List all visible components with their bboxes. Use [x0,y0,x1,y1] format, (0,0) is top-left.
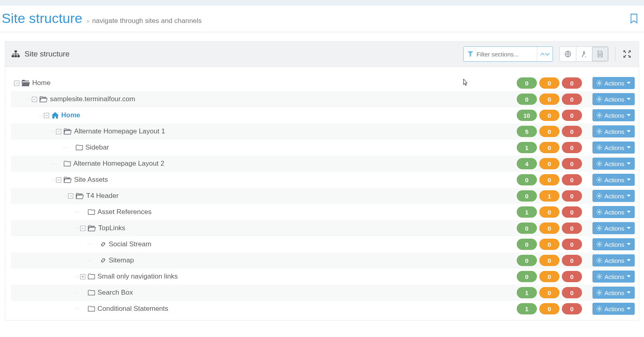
tree-node[interactable]: Home [22,79,517,87]
tree-node[interactable]: Social Stream [100,240,517,248]
inactive-count-badge[interactable]: 0 [562,206,582,218]
approved-count-badge[interactable]: 0 [517,94,537,105]
inactive-count-badge[interactable]: 0 [562,271,582,282]
actions-button[interactable]: Actions [592,254,635,266]
pending-count-badge[interactable]: 0 [539,158,559,169]
inactive-count-badge[interactable]: 0 [562,190,582,202]
view-document-button[interactable] [592,47,608,61]
tree-node[interactable]: Asset References [88,208,517,216]
inactive-count-badge[interactable]: 0 [562,223,582,234]
tree-node[interactable]: Sidebar [76,144,517,152]
actions-button[interactable]: Actions [592,190,635,202]
approved-count-badge[interactable]: 1 [517,287,537,298]
pending-count-badge[interactable]: 1 [539,190,559,202]
panel-title: Site structure [25,50,70,58]
inactive-count-badge[interactable]: 0 [562,77,582,89]
tree-node[interactable]: samplesite.terminalfour.com [39,95,517,103]
pending-count-badge[interactable]: 0 [539,223,559,234]
pending-count-badge[interactable]: 0 [539,94,559,105]
approved-count-badge[interactable]: 1 [517,206,537,218]
inactive-count-badge[interactable]: 0 [562,142,582,153]
view-globe-button[interactable] [560,47,576,61]
view-accessibility-button[interactable] [576,47,592,61]
caret-down-icon [627,227,631,229]
actions-button[interactable]: Actions [592,125,635,137]
tree-row: ⋯−Site Assets000Actions [11,172,636,188]
tree-node[interactable]: Small only navigation links [88,273,517,281]
tree-node[interactable]: Home [52,111,517,119]
actions-button[interactable]: Actions [592,109,635,121]
pending-count-badge[interactable]: 0 [539,206,559,218]
actions-button[interactable]: Actions [592,270,635,283]
actions-button[interactable]: Actions [592,206,635,218]
inactive-count-badge[interactable]: 0 [562,287,582,298]
inactive-count-badge[interactable]: 0 [562,303,582,314]
collapse-toggle[interactable]: − [44,113,49,118]
tree-node[interactable]: Alternate Homepage Layout 1 [64,127,517,135]
collapse-toggle[interactable]: − [80,226,85,231]
expand-toggle[interactable]: + [80,274,85,279]
pending-count-badge[interactable]: 0 [539,287,559,298]
inactive-count-badge[interactable]: 0 [562,255,582,266]
approved-count-badge[interactable]: 4 [517,158,537,169]
pending-count-badge[interactable]: 0 [539,239,559,250]
collapse-toggle[interactable]: − [32,97,37,102]
approved-count-badge[interactable]: 0 [517,239,537,250]
svg-rect-1 [12,55,14,57]
inactive-count-badge[interactable]: 0 [562,158,582,169]
approved-count-badge[interactable]: 0 [517,190,537,202]
tree-node[interactable]: TopLinks [88,224,517,232]
approved-count-badge[interactable]: 0 [517,255,537,266]
inactive-count-badge[interactable]: 0 [562,94,582,105]
actions-button[interactable]: Actions [592,287,635,299]
inactive-count-badge[interactable]: 0 [562,126,582,137]
bookmark-button[interactable] [630,13,638,24]
pending-count-badge[interactable]: 0 [539,255,559,266]
folder-icon [88,290,95,295]
tree-node[interactable]: Sitemap [100,256,517,264]
pending-count-badge[interactable]: 0 [539,77,559,89]
pending-count-badge[interactable]: 0 [539,174,559,185]
approved-count-badge[interactable]: 5 [517,126,537,137]
approved-count-badge[interactable]: 0 [517,271,537,282]
svg-point-11 [598,163,600,164]
inactive-count-badge[interactable]: 0 [562,239,582,250]
actions-button[interactable]: Actions [592,141,635,154]
collapse-toggle[interactable]: − [56,129,61,134]
approved-count-badge[interactable]: 10 [517,110,537,121]
collapse-toggle[interactable]: − [56,177,61,183]
pending-count-badge[interactable]: 0 [539,110,559,121]
actions-button[interactable]: Actions [592,158,635,170]
folder-icon [88,209,95,215]
actions-button[interactable]: Actions [592,303,635,315]
tree-node[interactable]: Site Assets [64,176,517,184]
approved-count-badge[interactable]: 0 [517,174,537,185]
pending-count-badge[interactable]: 0 [539,303,559,314]
approved-count-badge[interactable]: 0 [517,223,537,234]
collapse-toggle[interactable]: − [14,81,19,86]
tree-node[interactable]: T4 Header [76,192,517,200]
tree-node[interactable]: Conditional Statements [88,305,517,313]
actions-button[interactable]: Actions [592,174,635,186]
pending-count-badge[interactable]: 0 [539,142,559,153]
pending-count-badge[interactable]: 0 [539,126,559,137]
sitemap-icon [12,50,20,58]
tree-node[interactable]: Search Box [88,289,517,297]
approved-count-badge[interactable]: 1 [517,303,537,314]
pending-count-badge[interactable]: 0 [539,271,559,282]
tree-node[interactable]: Alternate Homepage Layout 2 [64,160,517,168]
inactive-count-badge[interactable]: 0 [562,110,582,121]
filter-input[interactable] [476,51,533,58]
filter-sort-toggle[interactable] [537,47,553,61]
inactive-count-badge[interactable]: 0 [562,174,582,185]
fullscreen-button[interactable] [622,50,632,58]
actions-button[interactable]: Actions [592,238,635,250]
actions-button[interactable]: Actions [592,77,635,89]
actions-button[interactable]: Actions [592,222,635,234]
actions-button[interactable]: Actions [592,93,635,105]
approved-count-badge[interactable]: 1 [517,142,537,153]
tree-node-label: Conditional Statements [97,305,168,313]
collapse-toggle[interactable]: − [68,193,73,199]
approved-count-badge[interactable]: 0 [517,77,537,89]
tree-row: ⋯−T4 Header010Actions [11,188,636,204]
